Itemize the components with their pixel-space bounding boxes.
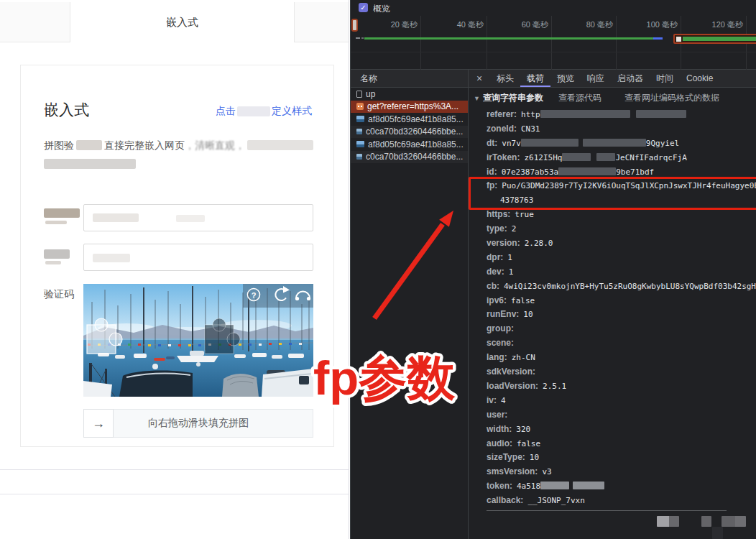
view-source-link[interactable]: 查看源代码 xyxy=(558,92,601,104)
redacted-value xyxy=(596,153,615,161)
tab-标头[interactable]: 标头 xyxy=(490,70,520,87)
param-key: scene: xyxy=(487,338,514,348)
param-key: token: xyxy=(487,481,512,491)
request-name-column-header[interactable]: 名称 xyxy=(351,70,468,88)
param-row-irToken: irToken:z612I5HqJeCNfIFadrqcFjA xyxy=(487,151,756,165)
slider-track[interactable]: 向右拖动滑块填充拼图 → xyxy=(83,409,313,438)
timeline-tick-label: 80 毫秒 xyxy=(556,19,613,30)
param-value: 320 xyxy=(516,425,530,434)
timeline-tick-label: 40 毫秒 xyxy=(426,19,484,30)
param-value: 10 xyxy=(530,453,539,462)
document-icon xyxy=(356,91,362,98)
param-key: type: xyxy=(487,224,507,234)
payload-content: ▼查询字符串参数 查看源代码 查看网址编码格式的数据 referer:httpz… xyxy=(469,88,756,539)
param-value: 4a518 xyxy=(517,482,540,491)
timeline-mark xyxy=(361,37,364,39)
tab-载荷[interactable]: 载荷 xyxy=(520,70,550,87)
overview-checkbox[interactable]: ✓ xyxy=(359,3,368,12)
redacted-text xyxy=(657,516,679,527)
page-devtools-divider xyxy=(349,0,349,539)
param-row-iv: iv:4 xyxy=(487,394,756,408)
param-key: smsVersion: xyxy=(487,466,538,476)
redacted-value xyxy=(540,110,630,118)
tab-预览[interactable]: 预览 xyxy=(550,70,581,87)
param-value: CN31 xyxy=(521,124,540,134)
request-row[interactable]: get?referer=https%3A... xyxy=(351,101,468,114)
timeline-tick-label: 60 毫秒 xyxy=(491,19,548,30)
image-small-icon xyxy=(356,129,362,134)
param-key: sdkVersion: xyxy=(487,367,535,377)
request-row[interactable]: af8d05fc69ae4f1b8a85... xyxy=(351,138,468,151)
param-value: http xyxy=(521,110,540,119)
param-key: dt: xyxy=(487,138,497,148)
param-row-version: version:2.28.0 xyxy=(487,236,756,251)
param-value: false xyxy=(511,296,535,305)
captcha-puzzle-image[interactable]: ? xyxy=(83,284,313,397)
redacted-text xyxy=(712,527,723,539)
close-icon[interactable]: × xyxy=(469,70,490,87)
embedded-demo-card: 嵌入式 点击 定义样式 拼图验直接完整嵌入网页，清晰直观， xyxy=(20,65,334,447)
query-string-section-header[interactable]: ▼查询字符串参数 xyxy=(474,92,543,104)
redacted-value xyxy=(562,153,591,161)
timeline-gridline xyxy=(551,16,552,70)
param-value: 9Qgyiel xyxy=(646,139,679,148)
redacted-form-label xyxy=(44,208,80,218)
param-value: 2.28.0 xyxy=(525,239,553,248)
request-list-pane: 名称 upget?referer=https%3A...af8d05fc69ae… xyxy=(351,70,468,539)
tab-响应[interactable]: 响应 xyxy=(581,70,611,87)
custom-style-link[interactable]: 点击 定义样式 xyxy=(216,105,312,118)
timeline-drag-handle[interactable] xyxy=(351,19,358,32)
tab-embedded[interactable]: 嵌入式 xyxy=(70,2,295,42)
param-value: 1 xyxy=(509,267,514,277)
param-value: vn7v xyxy=(502,139,521,148)
redacted-text xyxy=(247,140,313,150)
timeline-gridline xyxy=(616,16,617,70)
param-value: __JSONP_7vxn xyxy=(527,496,584,505)
param-row-token: token:4a518 xyxy=(487,479,756,494)
timeline-gridline xyxy=(420,16,421,70)
redacted-value xyxy=(636,110,686,118)
redacted-text xyxy=(176,215,205,222)
param-value: true xyxy=(515,210,534,219)
request-row[interactable]: c0ca70bd32604466bbe... xyxy=(351,151,468,164)
request-row[interactable]: af8d05fc69ae4f1b8a85... xyxy=(351,113,468,126)
tab-时间[interactable]: 时间 xyxy=(650,70,680,87)
param-row-runEnv: runEnv:10 xyxy=(487,308,756,322)
param-row-sizeType: sizeType:10 xyxy=(487,451,756,465)
param-key: irToken: xyxy=(487,152,520,162)
request-name: c0ca70bd32604466bbe... xyxy=(366,126,463,137)
param-row-dpr: dpr:1 xyxy=(487,251,756,265)
redacted-value xyxy=(558,167,616,175)
timeline-tick-label: 20 毫秒 xyxy=(360,19,418,30)
request-name: get?referer=https%3A... xyxy=(367,101,458,111)
redacted-text xyxy=(237,106,270,116)
view-decoded-link[interactable]: 查看网址编码格式的数据 xyxy=(624,92,719,104)
tab-启动器[interactable]: 启动器 xyxy=(611,70,650,87)
form-input-2[interactable] xyxy=(83,244,313,271)
request-row[interactable]: up xyxy=(351,88,468,101)
param-row-cb: cb:4wiQi23cv0mkojnYB+HyTu5zRuO8gKwbybLU8… xyxy=(487,280,756,294)
captcha-demo-page: 嵌入式 嵌入式 点击 定义样式 拼图验直接完整嵌入网页，清晰直观， xyxy=(0,0,349,539)
network-overview-timeline[interactable]: 20 毫秒40 毫秒60 毫秒80 毫秒100 毫秒120 毫秒 xyxy=(351,16,756,70)
redacted-text xyxy=(722,516,746,527)
param-row-https: https:true xyxy=(487,208,756,222)
param-key: callback: xyxy=(487,495,523,505)
param-value: v3 xyxy=(542,467,551,476)
timeline-selected-request xyxy=(673,34,756,44)
param-key: user: xyxy=(487,410,507,420)
tab-Cookie[interactable]: Cookie xyxy=(680,70,719,87)
tab-embedded-label: 嵌入式 xyxy=(166,16,198,29)
request-row[interactable]: c0ca70bd32604466bbe... xyxy=(351,126,468,139)
param-key: ipv6: xyxy=(487,295,507,305)
slider-handle[interactable]: → xyxy=(83,409,114,438)
param-key: dev: xyxy=(487,267,504,277)
request-name: c0ca70bd32604466bbe... xyxy=(366,152,463,162)
chevron-down-icon: ▼ xyxy=(474,95,480,102)
param-value: z612I5Hq xyxy=(524,153,562,162)
param-row-group: group: xyxy=(487,322,756,336)
timeline-mark xyxy=(356,37,360,39)
form-input-1[interactable] xyxy=(83,204,313,231)
param-value: false xyxy=(517,439,540,448)
captcha-label: 验证码 xyxy=(44,288,74,301)
param-value: 4 xyxy=(501,396,506,405)
